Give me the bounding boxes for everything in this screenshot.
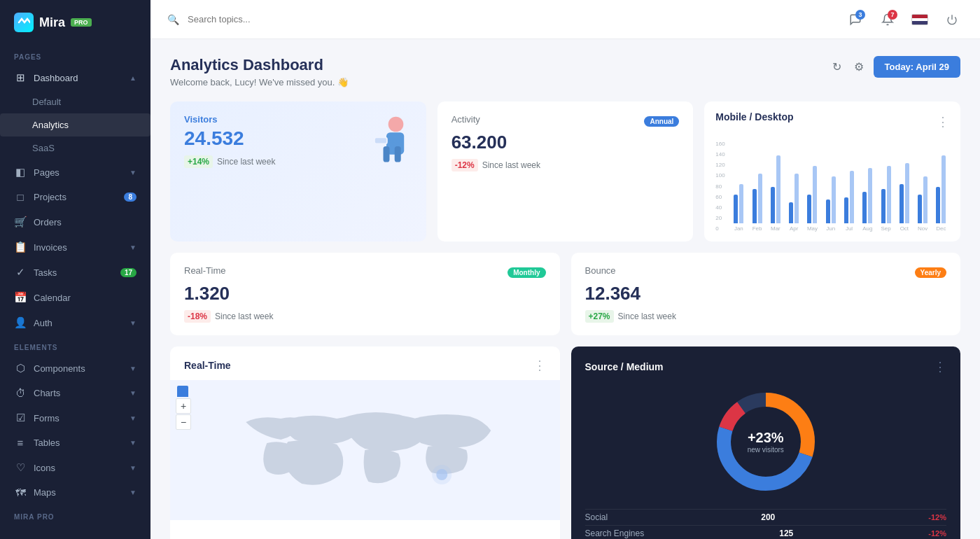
bell-button[interactable]: 7 [876, 8, 899, 31]
bar-light [776, 155, 780, 224]
map-more-icon[interactable]: ⋮ [533, 358, 546, 373]
projects-icon: □ [14, 191, 27, 203]
filter-button[interactable]: ⚙ [851, 57, 867, 76]
world-map-svg [170, 380, 560, 520]
bar-group: Sep [878, 139, 894, 232]
calendar-icon: 📅 [14, 291, 27, 304]
map-title: Real-Time [184, 360, 231, 371]
activity-badge: Annual [644, 116, 679, 127]
realtime-change-label: Since last week [215, 312, 273, 321]
visitors-change: +14% [184, 155, 213, 168]
page-title: Analytics Dashboard [170, 56, 349, 74]
sidebar-item-auth[interactable]: 👤 Auth ▼ [0, 310, 150, 335]
activity-title: Activity [451, 114, 480, 125]
page-subtitle: Welcome back, Lucy! We've missed you. 👋 [170, 77, 349, 88]
tasks-badge: 17 [120, 268, 136, 277]
sidebar-item-forms[interactable]: ☑ Forms ▼ [0, 405, 150, 430]
source-social-name: Social [585, 512, 608, 522]
bar-month-label: Jan [734, 225, 743, 232]
source-medium-card: Source / Medium ⋮ [571, 346, 961, 539]
bounce-header: Bounce Yearly [585, 265, 947, 280]
source-social-value: 200 [761, 512, 775, 522]
bar-group: May [804, 139, 820, 232]
bar-pair [734, 139, 743, 223]
source-more-icon[interactable]: ⋮ [934, 359, 946, 374]
sidebar: Mira PRO PAGES ⊞ Dashboard ▲ Default Ana… [0, 0, 150, 539]
sidebar-item-maps[interactable]: 🗺 Maps ▼ [0, 480, 150, 505]
sidebar-item-default[interactable]: Default [0, 90, 150, 113]
svg-rect-6 [374, 138, 386, 143]
pro-badge: PRO [71, 18, 92, 27]
bar-light [813, 166, 817, 224]
sidebar-item-orders[interactable]: 🛒 Orders [0, 209, 150, 234]
source-search-value: 125 [779, 528, 793, 538]
zoom-in-button[interactable]: + [176, 398, 191, 414]
realtime-footer: -18% Since last week [184, 310, 546, 323]
bar-light [758, 174, 762, 223]
more-options-icon[interactable]: ⋮ [937, 114, 949, 130]
sidebar-item-tables[interactable]: ≡ Tables ▼ [0, 430, 150, 455]
bar-dark [844, 197, 848, 224]
app-logo-icon [14, 13, 34, 32]
bar-group: Jul [841, 139, 857, 232]
sidebar-item-projects[interactable]: □ Projects 8 [0, 185, 150, 209]
header-actions: ↻ ⚙ Today: April 29 [830, 56, 960, 78]
bar-light [868, 168, 872, 223]
chevron-down-icon: ▼ [130, 389, 136, 397]
sidebar-item-calendar[interactable]: 📅 Calendar [0, 285, 150, 310]
notifications-button[interactable]: 3 [844, 8, 867, 31]
sidebar-item-icons[interactable]: ♡ Icons ▼ [0, 455, 150, 480]
sidebar-item-invoices[interactable]: 📋 Invoices ▼ [0, 234, 150, 260]
visitors-change-label: Since last week [217, 157, 275, 167]
bar-chart: JanFebMarAprMayJunJulAugSepOctNovDec [731, 141, 949, 232]
app-name: Mira [39, 15, 65, 30]
realtime-value: 1.320 [184, 283, 546, 304]
bar-month-label: Aug [862, 225, 872, 232]
bar-light [905, 163, 909, 223]
bar-dark [881, 189, 886, 223]
realtime-card: Real-Time Monthly 1.320 -18% Since last … [170, 253, 560, 335]
zoom-out-button[interactable]: − [176, 414, 191, 430]
sidebar-item-dashboard[interactable]: ⊞ Dashboard ▲ [0, 65, 150, 90]
sidebar-item-pages[interactable]: ◧ Pages ▼ [0, 160, 150, 185]
bar-dark [807, 195, 811, 223]
svg-rect-4 [394, 146, 400, 162]
realtime-change: -18% [184, 310, 211, 323]
realtime-header: Real-Time Monthly [184, 265, 546, 280]
bar-month-label: Apr [790, 225, 798, 232]
map-flag-pin [177, 386, 188, 397]
tables-icon: ≡ [14, 437, 27, 449]
power-button[interactable] [941, 8, 963, 31]
invoices-icon: 📋 [14, 241, 27, 253]
bounce-change: +27% [585, 310, 614, 323]
auth-icon: 👤 [14, 316, 27, 329]
bar-group: Oct [896, 139, 912, 232]
refresh-button[interactable]: ↻ [830, 57, 844, 76]
sidebar-item-tasks[interactable]: ✓ Tasks 17 [0, 260, 150, 285]
y-axis: 160 140 120 100 80 60 40 20 0 [715, 141, 724, 232]
sidebar-item-charts[interactable]: ⏱ Charts ▼ [0, 381, 150, 405]
sidebar-item-analytics[interactable]: Analytics [0, 113, 150, 136]
bounce-value: 12.364 [585, 283, 947, 304]
sidebar-item-saas[interactable]: SaaS [0, 136, 150, 160]
source-search-name: Search Engines [585, 528, 645, 538]
search-input[interactable] [188, 14, 836, 24]
chevron-down-icon: ▼ [130, 464, 136, 472]
today-button[interactable]: Today: April 29 [874, 56, 960, 78]
chevron-down-icon: ▼ [130, 414, 136, 422]
chevron-up-icon: ▲ [130, 74, 136, 82]
activity-footer: -12% Since last week [451, 159, 680, 172]
content: Analytics Dashboard Welcome back, Lucy! … [150, 39, 980, 539]
bounce-card: Bounce Yearly 12.364 +27% Since last wee… [571, 253, 961, 335]
bar-group: Jun [822, 139, 839, 232]
svg-point-8 [432, 465, 451, 484]
bar-dark [899, 184, 904, 223]
bar-group: Jan [731, 139, 747, 232]
source-search-change: -12% [928, 529, 946, 538]
chevron-down-icon: ▼ [130, 319, 136, 327]
sidebar-item-components[interactable]: ⬡ Components ▼ [0, 356, 150, 381]
bar-light [739, 184, 743, 223]
bar-dark [936, 187, 940, 224]
flag-button[interactable] [909, 8, 931, 31]
sidebar-item-label: Dashboard [34, 73, 122, 83]
